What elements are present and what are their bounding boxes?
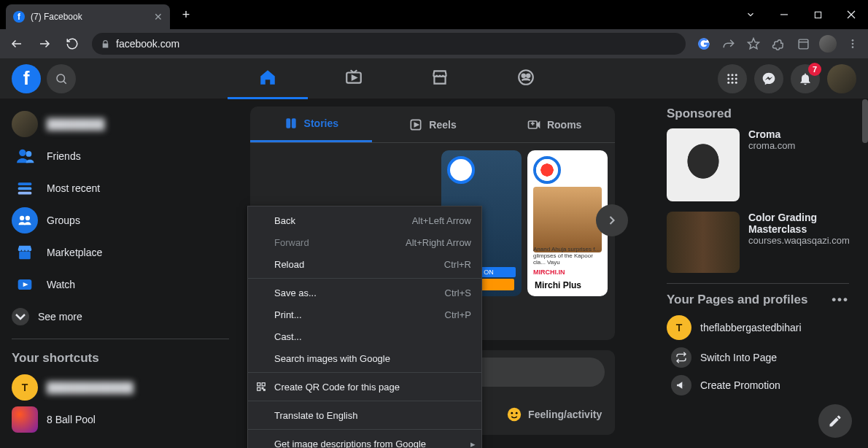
menu-print[interactable]: Print...Ctrl+P xyxy=(248,304,481,325)
create-promotion-button[interactable]: Create Promotion xyxy=(667,371,849,399)
profile-avatar-button[interactable] xyxy=(817,33,839,55)
menu-forward[interactable]: ForwardAlt+Right Arrow xyxy=(248,231,481,253)
shortcuts-header: Your shortcuts xyxy=(6,345,235,371)
menu-save-as[interactable]: Save as...Ctrl+S xyxy=(248,282,481,304)
qr-icon xyxy=(255,381,267,393)
google-extension-icon[interactable] xyxy=(693,33,715,55)
switch-page-button[interactable]: Switch Into Page xyxy=(667,344,849,371)
nav-label: Marketplace xyxy=(47,247,102,258)
menu-translate[interactable]: Translate to English xyxy=(248,404,481,426)
most-recent-icon xyxy=(12,175,38,201)
home-tab[interactable] xyxy=(228,58,308,99)
menu-reload[interactable]: ReloadCtrl+R xyxy=(248,253,481,275)
browser-tab[interactable]: f (7) Facebook ✕ xyxy=(6,4,170,29)
nav-most-recent[interactable]: Most recent xyxy=(6,172,235,204)
feeling-activity-button[interactable]: Feeling/activity xyxy=(493,394,615,435)
svg-marker-16 xyxy=(352,76,356,80)
svg-point-53 xyxy=(516,412,518,414)
nav-friends[interactable]: Friends xyxy=(6,140,235,172)
separator xyxy=(12,339,229,339)
svg-point-25 xyxy=(727,77,729,80)
chevron-down-icon[interactable] xyxy=(734,0,767,29)
nav-marketplace[interactable]: Marketplace xyxy=(6,236,235,269)
ad-image xyxy=(667,128,740,201)
tab-stories[interactable]: Stories xyxy=(250,107,372,142)
ad-image xyxy=(667,212,740,273)
svg-rect-41 xyxy=(286,118,290,128)
menu-create-qr[interactable]: Create QR Code for this page xyxy=(248,376,481,398)
svg-point-31 xyxy=(19,150,26,156)
svg-point-12 xyxy=(852,46,854,48)
shortcut-label: ████████████ xyxy=(47,382,133,393)
page-scrollbar[interactable] xyxy=(862,99,868,143)
tab-close-icon[interactable]: ✕ xyxy=(154,11,163,23)
more-icon[interactable]: ••• xyxy=(832,293,849,307)
facebook-logo[interactable]: f xyxy=(12,64,41,93)
watch-tab[interactable] xyxy=(314,58,394,99)
chrome-menu-icon[interactable] xyxy=(842,33,864,55)
apps-menu-button[interactable] xyxy=(718,64,747,93)
nav-groups[interactable]: Groups xyxy=(6,204,235,236)
shortcut-item[interactable]: 8 Ball Pool xyxy=(6,403,235,436)
nav-profile[interactable]: ████████ xyxy=(6,108,235,140)
watch-icon xyxy=(12,271,38,298)
stories-next-button[interactable] xyxy=(596,204,628,236)
nav-back-button[interactable] xyxy=(4,31,29,56)
svg-point-29 xyxy=(732,81,734,83)
window-maximize-button[interactable] xyxy=(801,0,834,29)
account-avatar-button[interactable] xyxy=(827,64,856,93)
svg-point-26 xyxy=(732,77,734,80)
ad-title: Croma xyxy=(748,128,795,140)
nav-see-more[interactable]: See more xyxy=(6,301,235,333)
svg-point-36 xyxy=(20,216,24,220)
window-minimize-button[interactable] xyxy=(767,0,801,29)
svg-point-32 xyxy=(26,151,32,157)
lock-icon xyxy=(101,39,110,49)
svg-marker-7 xyxy=(748,39,759,49)
nav-watch[interactable]: Watch xyxy=(6,269,235,301)
share-icon[interactable] xyxy=(718,33,740,55)
window-close-button[interactable] xyxy=(834,0,868,29)
ad-item[interactable]: Color Grading Masterclass courses.waqasq… xyxy=(667,212,849,273)
friends-icon xyxy=(12,143,38,169)
nav-reload-button[interactable] xyxy=(60,31,85,56)
svg-point-10 xyxy=(852,39,854,42)
notifications-button[interactable]: 7 xyxy=(791,64,820,93)
edit-fab-button[interactable] xyxy=(818,404,852,438)
marketplace-icon xyxy=(12,239,38,266)
menu-back[interactable]: BackAlt+Left Arrow xyxy=(248,209,481,231)
marketplace-tab[interactable] xyxy=(400,58,480,99)
bookmark-star-icon[interactable] xyxy=(743,33,764,55)
extensions-icon[interactable] xyxy=(767,33,789,55)
menu-search-images[interactable]: Search images with Google xyxy=(248,347,481,369)
story-avatar-icon xyxy=(447,156,475,184)
svg-point-23 xyxy=(732,74,734,76)
ad-url: courses.waqasqazi.com xyxy=(748,235,850,246)
ad-item[interactable]: Croma croma.com xyxy=(667,128,849,201)
address-bar[interactable]: facebook.com xyxy=(92,33,686,55)
svg-point-11 xyxy=(852,43,854,45)
svg-point-20 xyxy=(522,74,525,77)
svg-rect-42 xyxy=(291,118,295,128)
page-avatar-icon: T xyxy=(667,315,691,340)
svg-point-52 xyxy=(511,412,514,414)
tab-rooms[interactable]: Rooms xyxy=(493,107,615,142)
nav-forward-button[interactable] xyxy=(32,31,57,56)
tab-reels[interactable]: Reels xyxy=(372,107,494,142)
page-item[interactable]: T theflabbergastedbihari xyxy=(667,312,849,344)
groups-tab[interactable] xyxy=(486,58,566,99)
svg-point-51 xyxy=(508,408,521,421)
megaphone-icon xyxy=(671,375,691,395)
new-tab-button[interactable]: + xyxy=(176,4,196,25)
shortcut-item[interactable]: T ████████████ xyxy=(6,371,235,403)
search-button[interactable] xyxy=(47,64,76,93)
messenger-button[interactable] xyxy=(754,64,783,93)
menu-image-descriptions[interactable]: Get image descriptions from Google▸ xyxy=(248,433,481,448)
menu-cast[interactable]: Cast... xyxy=(248,325,481,347)
groups-icon xyxy=(12,207,38,233)
svg-rect-8 xyxy=(799,39,808,49)
nav-label: Friends xyxy=(47,150,81,162)
svg-rect-58 xyxy=(264,390,266,391)
browser-titlebar: f (7) Facebook ✕ + xyxy=(0,0,868,29)
reading-list-icon[interactable] xyxy=(792,33,814,55)
